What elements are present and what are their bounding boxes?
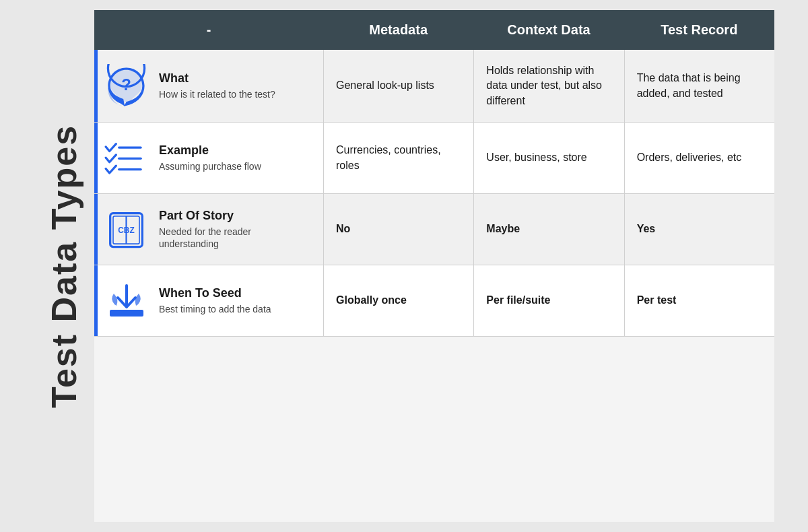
outer-wrapper: Test Data Types - Metadata Context Data … xyxy=(34,10,774,522)
header-col4: Test Record xyxy=(624,10,774,50)
row-seed-text: When To Seed Best timing to add the data xyxy=(159,286,271,315)
row-what-text: What How is it related to the test? xyxy=(159,71,275,100)
row-seed-subtitle: Best timing to add the data xyxy=(159,303,271,315)
header-col3: Context Data xyxy=(473,10,624,50)
row-story-col4: Yes xyxy=(624,194,774,265)
svg-text:?: ? xyxy=(121,75,131,94)
table-header: - Metadata Context Data Test Record xyxy=(94,10,774,50)
row-example-col4: Orders, deliveries, etc xyxy=(624,123,774,193)
row-label-seed: When To Seed Best timing to add the data xyxy=(94,265,323,336)
main-table: - Metadata Context Data Test Record ? xyxy=(94,10,774,522)
row-example-text: Example Assuming purchase flow xyxy=(159,143,261,172)
svg-rect-9 xyxy=(110,310,143,317)
row-label-story: CBZ Part Of Story Needed for the reader … xyxy=(94,194,323,265)
row-example-col3: User, business, store xyxy=(473,123,624,193)
table-row: Example Assuming purchase flow Currencie… xyxy=(94,123,774,194)
row-example-col2: Currencies, countries, roles xyxy=(323,123,473,193)
row-story-col3: Maybe xyxy=(473,194,624,265)
row-example-subtitle: Assuming purchase flow xyxy=(159,160,261,172)
row-story-text: Part Of Story Needed for the reader unde… xyxy=(159,209,310,250)
row-what-col4: The data that is being added, and tested xyxy=(624,50,774,122)
row-seed-title: When To Seed xyxy=(159,286,271,300)
book-icon: CBZ xyxy=(104,207,148,251)
page-title: Test Data Types xyxy=(34,10,94,522)
row-what-title: What xyxy=(159,71,275,86)
row-label-example: Example Assuming purchase flow xyxy=(94,123,323,193)
row-what-col3: Holds relationship with data under test,… xyxy=(473,50,624,122)
table-row: ? What How is it related to the test? Ge… xyxy=(94,50,774,123)
checklist-icon xyxy=(104,136,148,180)
table-row: CBZ Part Of Story Needed for the reader … xyxy=(94,194,774,265)
row-seed-col4: Per test xyxy=(624,265,774,336)
row-seed-col2: Globally once xyxy=(323,265,473,336)
row-story-title: Part Of Story xyxy=(159,209,310,223)
row-what-col2: General look-up lists xyxy=(323,50,473,122)
row-story-col2: No xyxy=(323,194,473,265)
question-icon: ? xyxy=(104,64,148,108)
row-what-subtitle: How is it related to the test? xyxy=(159,88,275,100)
row-label-what: ? What How is it related to the test? xyxy=(94,50,323,122)
table-row: When To Seed Best timing to add the data… xyxy=(94,265,774,337)
header-col1: - xyxy=(94,10,323,50)
row-story-subtitle: Needed for the reader understanding xyxy=(159,226,310,250)
row-example-title: Example xyxy=(159,143,261,158)
seed-icon xyxy=(104,279,148,323)
svg-text:CBZ: CBZ xyxy=(118,226,134,235)
header-col2: Metadata xyxy=(323,10,473,50)
row-seed-col3: Per file/suite xyxy=(473,265,624,336)
